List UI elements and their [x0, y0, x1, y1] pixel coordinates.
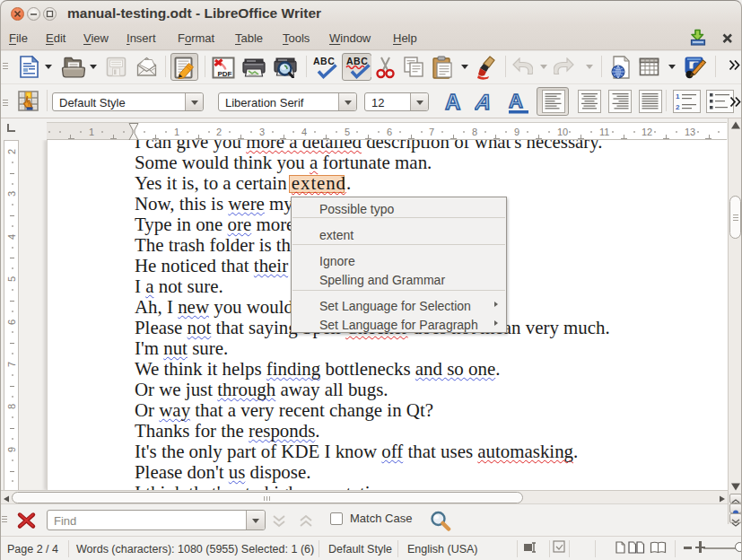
svg-text:1: 1 — [676, 92, 680, 101]
svg-text:A: A — [475, 90, 493, 112]
svg-text:A: A — [509, 90, 523, 112]
svg-text:2: 2 — [676, 103, 680, 111]
svg-text:ABC: ABC — [346, 56, 368, 66]
svg-text:PDF: PDF — [218, 70, 232, 78]
svg-text:A: A — [445, 90, 460, 112]
svg-text:ABC: ABC — [313, 56, 335, 66]
